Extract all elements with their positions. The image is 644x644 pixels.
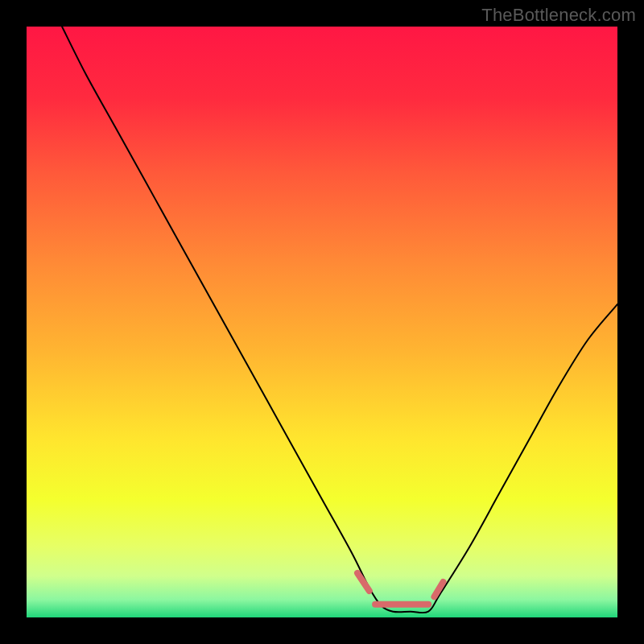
bottleneck-curve — [62, 27, 617, 613]
chart-curve-layer — [27, 27, 617, 617]
chart-plot-area — [27, 27, 617, 617]
svg-line-3 — [434, 582, 443, 597]
optimal-range-marker — [357, 573, 443, 605]
watermark-text: TheBottleneck.com — [481, 5, 636, 26]
